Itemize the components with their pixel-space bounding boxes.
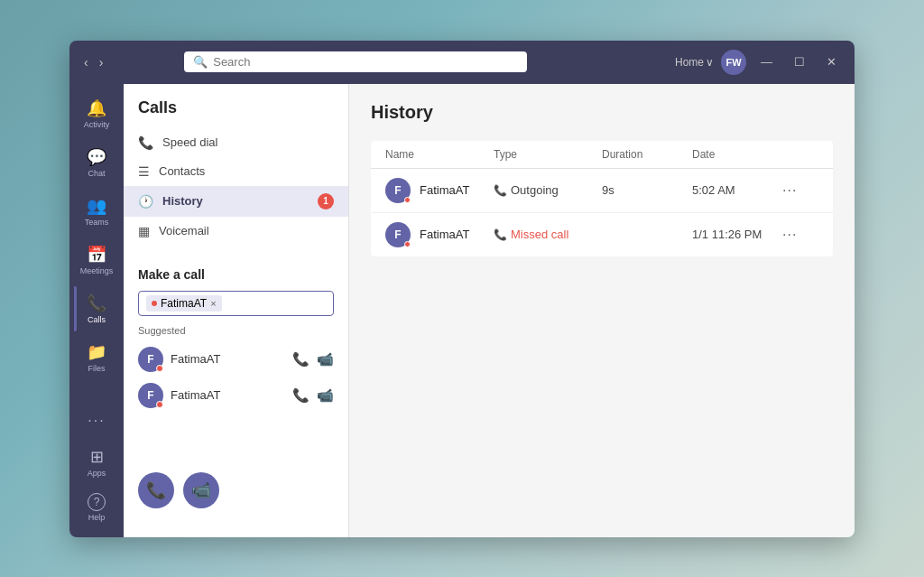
sidebar-item-chat[interactable]: 💬 Chat <box>74 140 119 185</box>
apps-icon: ⊞ <box>90 447 104 467</box>
calls-nav: 📞 Speed dial ☰ Contacts 🕐 History 1 ▦ Vo… <box>124 128 348 246</box>
home-label: Home <box>675 56 704 69</box>
suggested-initial-2: F <box>147 389 153 402</box>
sidebar-item-teams[interactable]: 👥 Teams <box>74 189 119 234</box>
nav-label-contacts: Contacts <box>159 164 205 178</box>
icon-sidebar: 🔔 Activity 💬 Chat 👥 Teams 📅 Meetings 📞 C… <box>69 84 124 537</box>
tag-name: FatimaAT <box>161 297 207 310</box>
table-row[interactable]: F FatimaAT 📞 Missed call 1/1 11:26 PM ··… <box>371 213 833 256</box>
call-date-1: 5:02 AM <box>692 183 782 197</box>
call-duration-1: 9s <box>602 183 692 197</box>
sidebar-item-help[interactable]: ? Help <box>74 485 119 530</box>
tag-status-dot <box>152 301 157 306</box>
forward-button[interactable]: › <box>96 54 107 70</box>
main-area: 🔔 Activity 💬 Chat 👥 Teams 📅 Meetings 📞 C… <box>69 84 855 537</box>
caller-status-dot-1 <box>404 197 411 203</box>
voicemail-icon: ▦ <box>138 224 150 238</box>
calls-icon: 📞 <box>87 293 106 313</box>
make-call-title: Make a call <box>138 267 334 282</box>
close-button[interactable]: ✕ <box>819 53 844 70</box>
back-button[interactable]: ‹ <box>80 54 92 70</box>
speed-dial-icon: 📞 <box>138 135 153 150</box>
header-date: Date <box>692 148 782 161</box>
title-bar: ‹ › 🔍 Home ∨ FW — ☐ ✕ <box>69 41 855 84</box>
more-options-button-1[interactable]: ··· <box>782 182 818 199</box>
title-bar-right: Home ∨ FW — ☐ ✕ <box>675 50 844 75</box>
nav-item-voicemail[interactable]: ▦ Voicemail <box>124 217 348 246</box>
search-icon: 🔍 <box>193 55 208 69</box>
meetings-icon: 📅 <box>87 245 106 265</box>
table-row[interactable]: F FatimaAT 📞 Outgoing 9s 5:02 AM ··· <box>371 169 833 213</box>
app-window: ‹ › 🔍 Home ∨ FW — ☐ ✕ 🔔 Activity 💬 <box>69 41 855 537</box>
call-text-input[interactable] <box>226 297 326 310</box>
home-button[interactable]: Home ∨ <box>675 56 714 69</box>
call-type-2: 📞 Missed call <box>494 228 602 241</box>
call-phone-button-1[interactable]: 📞 <box>292 351 310 368</box>
more-options-button-2[interactable]: ··· <box>782 227 818 243</box>
sidebar-item-activity[interactable]: 🔔 Activity <box>74 91 119 136</box>
suggested-item-1[interactable]: F FatimaAT 📞 📹 <box>138 341 334 377</box>
nav-label-history: History <box>162 194 203 208</box>
maximize-button[interactable]: ☐ <box>787 53 812 70</box>
suggested-name-2: FatimaAT <box>171 388 285 402</box>
make-video-call-button[interactable]: 📹 <box>183 472 219 508</box>
nav-item-contacts[interactable]: ☰ Contacts <box>124 157 348 186</box>
suggested-item-2[interactable]: F FatimaAT 📞 📹 <box>138 377 334 414</box>
caller-avatar-1: F <box>385 178 411 203</box>
caller-info-1: F FatimaAT <box>385 178 494 203</box>
sidebar-item-apps[interactable]: ⊞ Apps <box>74 440 119 485</box>
history-icon: 🕐 <box>138 194 153 209</box>
call-phone-button-2[interactable]: 📞 <box>292 387 310 404</box>
teams-icon: 👥 <box>87 196 106 216</box>
sidebar-item-files[interactable]: 📁 Files <box>74 335 119 380</box>
activity-icon: 🔔 <box>87 98 106 118</box>
suggested-label: Suggested <box>138 325 334 336</box>
history-table: Name Type Duration Date F FatimaAT <box>371 141 833 256</box>
call-type-1: 📞 Outgoing <box>494 183 602 197</box>
tag-close-button[interactable]: × <box>210 298 216 309</box>
contacts-icon: ☰ <box>138 164 150 179</box>
search-bar[interactable]: 🔍 <box>184 51 527 72</box>
status-dot-1 <box>156 365 163 372</box>
suggested-actions-2: 📞 📹 <box>292 387 334 404</box>
history-badge: 1 <box>318 193 334 209</box>
caller-name-1: FatimaAT <box>420 183 469 197</box>
minimize-button[interactable]: — <box>753 53 780 70</box>
header-type: Type <box>494 148 602 161</box>
missed-call-icon: 📞 <box>494 228 507 241</box>
suggested-avatar-1: F <box>138 347 163 372</box>
sidebar-item-more[interactable]: ... <box>74 395 119 440</box>
make-call-section: Make a call FatimaAT × Suggested F Fat <box>124 267 348 414</box>
nav-label-voicemail: Voicemail <box>159 224 209 237</box>
outgoing-call-icon: 📞 <box>494 184 507 197</box>
sidebar-item-meetings[interactable]: 📅 Meetings <box>74 237 119 283</box>
call-buttons: 📞 📹 <box>124 458 348 523</box>
suggested-name-1: FatimaAT <box>171 352 285 366</box>
history-panel: History Name Type Duration Date F <box>349 84 855 537</box>
nav-item-history[interactable]: 🕐 History 1 <box>124 186 348 217</box>
call-date-2: 1/1 11:26 PM <box>692 228 782 241</box>
sidebar-item-calls[interactable]: 📞 Calls <box>74 286 119 331</box>
call-input-box[interactable]: FatimaAT × <box>138 291 334 316</box>
calls-panel-title: Calls <box>124 98 348 128</box>
header-actions <box>782 148 818 161</box>
suggested-avatar-2: F <box>138 383 163 408</box>
nav-item-speed-dial[interactable]: 📞 Speed dial <box>124 128 348 157</box>
caller-info-2: F FatimaAT <box>385 222 494 247</box>
chat-icon: 💬 <box>87 147 106 167</box>
sidebar-bottom: ... ⊞ Apps ? Help <box>74 395 119 530</box>
caller-status-dot-2 <box>404 241 411 247</box>
call-video-button-1[interactable]: 📹 <box>317 351 334 368</box>
avatar[interactable]: FW <box>721 50 746 75</box>
history-title: History <box>371 102 833 123</box>
call-tag: FatimaAT × <box>146 295 222 312</box>
files-icon: 📁 <box>87 342 106 362</box>
call-video-button-2[interactable]: 📹 <box>317 387 334 404</box>
header-duration: Duration <box>602 148 692 161</box>
caller-name-2: FatimaAT <box>420 228 469 241</box>
make-phone-call-button[interactable]: 📞 <box>138 472 174 508</box>
help-icon: ? <box>88 493 106 511</box>
suggested-actions-1: 📞 📹 <box>292 351 334 368</box>
search-input[interactable] <box>213 55 518 69</box>
status-dot-2 <box>156 401 163 408</box>
